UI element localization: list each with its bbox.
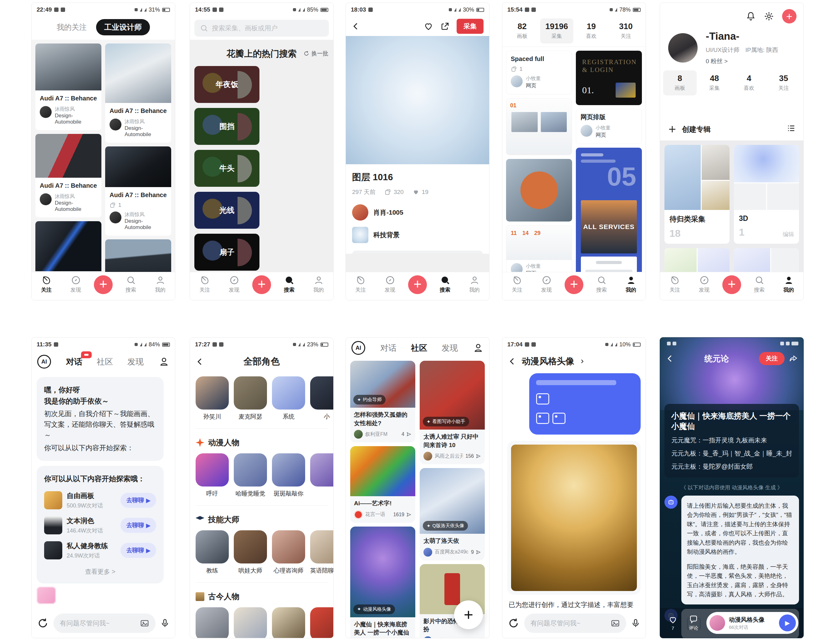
hot-tile[interactable]: 围挡 [195, 108, 259, 145]
post-author[interactable]: 吉神嗒嗒 [435, 637, 481, 638]
add-pin-button[interactable]: + [252, 275, 271, 294]
role-item[interactable]: 心理咨询师 [272, 530, 305, 575]
pin-author[interactable]: 沐雨惊风 [55, 194, 75, 199]
pin-board[interactable]: 网页 [595, 132, 606, 138]
tab-search[interactable]: 搜索 [590, 275, 613, 293]
image-icon[interactable] [140, 619, 149, 628]
avatar[interactable] [354, 430, 363, 439]
ai-logo[interactable]: AI [37, 355, 51, 368]
pin-card[interactable]: 01 [506, 98, 572, 155]
stat-likes[interactable]: 4喜欢 [732, 70, 766, 96]
tab-mine[interactable]: 我的 [149, 275, 172, 293]
pin-board[interactable]: Design-Automobile [125, 125, 151, 137]
tab-follow[interactable]: 关注 [193, 275, 216, 293]
tab-discover[interactable]: 发现 [693, 275, 715, 293]
tab-discover[interactable]: 发现 [65, 275, 87, 293]
agent-badge[interactable]: ✦动漫风格头像 [354, 605, 395, 614]
role-item[interactable]: 百科鲁迅 [234, 607, 267, 638]
role-item[interactable]: 斑斑敲敲你 [272, 453, 305, 498]
post-card[interactable]: ✦看图写诗小助手 太诱人难过审 只好中间来首诗 10 风雨之后云开时156 [420, 361, 485, 464]
create-album-row[interactable]: 创建专辑 [660, 118, 803, 141]
back-icon[interactable] [508, 357, 517, 366]
go-chat-button[interactable]: 去聊聊▶ [120, 518, 156, 533]
add-pin-button[interactable]: + [94, 275, 113, 294]
gear-icon[interactable] [764, 11, 774, 21]
add-pin-button[interactable]: + [408, 275, 427, 294]
comment-button[interactable]: 评论 [686, 615, 701, 631]
role-item[interactable]: 教练 [196, 530, 229, 575]
role-item[interactable]: 文静小丫头 [196, 607, 229, 638]
stat-follows[interactable]: 310关注 [609, 18, 643, 44]
hot-tile[interactable]: 牛头 [195, 150, 259, 187]
list-view-icon[interactable] [786, 123, 796, 133]
role-item[interactable]: 圣 [310, 607, 333, 638]
board-row[interactable]: 科技背景 [346, 222, 489, 248]
generated-image-card[interactable] [507, 441, 641, 595]
tab-discover[interactable]: 发现 [127, 357, 144, 367]
sticker-image[interactable] [37, 587, 56, 604]
tab-search[interactable]: 搜索 [278, 275, 300, 293]
add-pin-button[interactable]: + [564, 275, 583, 294]
pin-large-image[interactable] [346, 36, 489, 164]
post-card[interactable]: Ai——艺术字! 花言一语1619 [350, 446, 415, 523]
role-item[interactable]: 小 [310, 376, 333, 421]
go-chat-button[interactable]: 去聊聊▶ [120, 493, 156, 508]
stat-pins[interactable]: 19196采集 [540, 18, 574, 44]
stat-boards[interactable]: 82画板 [506, 18, 539, 44]
pin-board[interactable]: Design-Automobile [55, 113, 81, 125]
bell-icon[interactable] [746, 11, 756, 21]
person-icon[interactable] [473, 342, 483, 353]
tab-mine[interactable]: 我的 [619, 275, 642, 293]
pin-author[interactable]: 小牧童 [595, 125, 611, 130]
post-card[interactable]: ✦Q版洛天依头像 太萌了洛天依 百度网友a249c689 [420, 468, 485, 560]
avatar[interactable] [110, 211, 122, 224]
search-input[interactable]: 搜索采集、画板或用户 [195, 20, 329, 37]
tab-community[interactable]: 社区 [411, 342, 427, 353]
suggestion-item[interactable]: 私人健身教练24.9W次对话 去聊聊▶ [44, 541, 156, 559]
collect-button[interactable]: 采集 [457, 19, 483, 34]
pin-author[interactable]: 沐雨惊风 [55, 106, 75, 112]
role-item[interactable]: 麦克阿瑟 [234, 376, 267, 421]
follow-button[interactable]: 关注 [759, 352, 785, 365]
tab-my-follow[interactable]: 我的关注 [57, 22, 87, 32]
mic-icon[interactable] [631, 618, 641, 628]
suggestion-item[interactable]: 自由画板500.9W次对话 去聊聊▶ [44, 491, 156, 509]
tab-search[interactable]: 搜索 [434, 275, 456, 293]
back-icon[interactable] [196, 357, 204, 366]
stat-boards[interactable]: 8画板 [663, 70, 697, 96]
post-author[interactable]: 叙利亚FM [365, 431, 399, 438]
role-item[interactable]: 哈睡觉睡觉 [234, 453, 267, 498]
see-more-link[interactable]: 查看更多 > [44, 567, 156, 576]
profile-fans[interactable]: 0 粉丝 > [706, 57, 778, 65]
pin-board[interactable]: Design-Automobile [55, 200, 81, 212]
send-button[interactable]: ▶ [779, 614, 796, 631]
tab-mine[interactable]: 我的 [777, 275, 800, 293]
like-heart-icon[interactable] [423, 21, 433, 31]
tab-industrial-designer[interactable]: 工业设计师 [96, 19, 150, 36]
go-chat-button[interactable]: 去聊聊▶ [120, 543, 156, 558]
tab-community[interactable]: 社区 [97, 357, 113, 367]
tab-discover[interactable]: 发现 [223, 275, 245, 293]
suggestion-item[interactable]: 文本润色146.4W次对话 去聊聊▶ [44, 516, 156, 534]
role-item[interactable]: 百科苏轼 [272, 607, 305, 638]
share-icon[interactable] [440, 21, 450, 31]
pin-card[interactable]: Audi A7 :: Behance 沐雨惊风Design-Automobile [36, 44, 101, 130]
pin-card[interactable]: REGISTRATION& LOGIN 01. [576, 51, 642, 105]
hot-tile[interactable]: 扇子 [195, 234, 259, 271]
add-pin-button[interactable]: + [722, 275, 741, 294]
role-item[interactable]: 哄娃大师 [234, 530, 267, 575]
regenerate-icon[interactable] [507, 617, 520, 629]
tab-mine[interactable]: 我的 [307, 275, 330, 293]
role-item[interactable]: 孙笑川 [196, 376, 229, 421]
back-icon[interactable] [352, 22, 360, 31]
avatar[interactable] [423, 636, 432, 638]
message-input[interactable]: 有问题尽管问我~ [54, 613, 156, 633]
create-post-button[interactable]: + [454, 600, 483, 629]
tab-discover[interactable]: 发现 [535, 275, 558, 293]
agent-badge[interactable]: ✦约会导师 [354, 395, 386, 405]
avatar[interactable] [423, 548, 432, 556]
post-card[interactable]: ✦约会导师 怎样和强势又孤僻的女性相处? 叙利亚FM4 [350, 361, 415, 443]
role-item[interactable]: 英语陪聊Hanna [310, 530, 333, 575]
board-card[interactable]: 3D 1编辑 [734, 145, 799, 244]
tab-discover[interactable]: 发现 [442, 342, 458, 353]
